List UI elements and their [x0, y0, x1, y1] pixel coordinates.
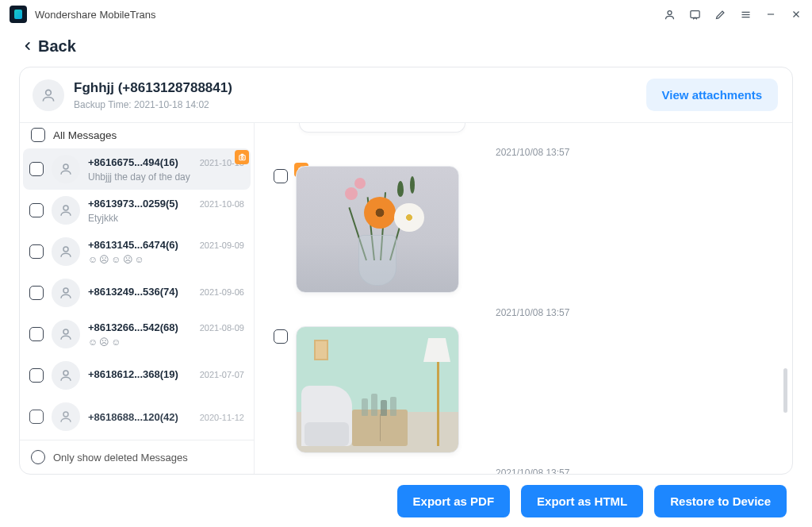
avatar-icon — [52, 196, 80, 225]
contact-info: Fghhjj (+8613128788841) Backup Time: 202… — [74, 80, 232, 110]
contact-name: Fghhjj (+8613128788841) — [74, 80, 232, 96]
conversation-list: +8616675...494(16) 2021-10-18 Uhbjjj the… — [20, 148, 254, 440]
checkbox-icon[interactable] — [274, 169, 288, 183]
feedback-icon[interactable] — [688, 8, 701, 21]
all-messages-label: All Messages — [53, 129, 117, 141]
only-deleted-label: Only show deleted Messages — [53, 452, 188, 464]
avatar-icon — [52, 155, 80, 183]
minimize-icon[interactable] — [764, 8, 777, 21]
svg-point-14 — [63, 247, 68, 252]
app-title: Wondershare MobileTrans — [35, 9, 155, 21]
conversation-item[interactable]: +8616675...494(16) 2021-10-18 Uhbjjj the… — [23, 148, 251, 190]
conversation-item[interactable]: +8613249...536(74) 2021-09-06 — [20, 272, 254, 314]
card-body: All Messages +8616675...494(16) 2021-10-… — [20, 123, 792, 474]
title-bar: Wondershare MobileTrans — [0, 0, 812, 29]
back-button[interactable]: Back — [0, 32, 812, 60]
export-pdf-button[interactable]: Export as PDF — [397, 485, 511, 517]
account-icon[interactable] — [663, 8, 676, 21]
conversation-item[interactable]: +8613973...0259(5) 2021-10-08 Etyjkkk — [20, 190, 254, 231]
avatar-icon — [52, 237, 80, 266]
attachment-badge-icon — [235, 150, 249, 164]
close-icon[interactable] — [790, 8, 802, 21]
image-message[interactable] — [296, 326, 459, 453]
edit-icon[interactable] — [714, 8, 726, 21]
conversation-title: +8616675...494(16) — [88, 156, 178, 168]
conversation-title: +8613249...536(74) — [88, 286, 178, 298]
restore-device-button[interactable]: Restore to Device — [654, 485, 787, 517]
checkbox-icon[interactable] — [29, 203, 44, 217]
checkbox-icon[interactable] — [29, 244, 44, 259]
action-bar: Export as PDF Export as HTML Restore to … — [0, 475, 812, 527]
svg-point-0 — [668, 10, 672, 14]
conversation-date: 2021-08-09 — [200, 323, 244, 333]
message-row — [274, 326, 773, 453]
checkbox-icon[interactable] — [29, 162, 44, 176]
content-card: Fghhjj (+8613128788841) Backup Time: 202… — [19, 67, 793, 475]
svg-point-11 — [241, 156, 243, 159]
checkbox-icon[interactable] — [274, 329, 288, 344]
svg-point-15 — [63, 288, 68, 293]
conversation-preview: ☺☹☺☹☺ — [88, 254, 244, 265]
conversation-date: 2021-09-06 — [200, 287, 244, 297]
conversation-title: +8618612...368(19) — [88, 368, 178, 380]
export-html-button[interactable]: Export as HTML — [521, 485, 643, 517]
conversation-title: +8613145...6474(6) — [88, 239, 178, 251]
message-timestamp: 2021/10/08 13:57 — [496, 307, 773, 318]
conversation-item[interactable]: +8613266...542(68) 2021-08-09 ☺☹☺ — [20, 314, 254, 355]
contact-avatar — [33, 79, 64, 111]
previous-message-peek — [299, 123, 465, 133]
conversation-item[interactable]: +8618612...368(19) 2021-07-07 — [20, 355, 254, 396]
card-header: Fghhjj (+8613128788841) Backup Time: 202… — [20, 67, 792, 123]
all-messages-toggle[interactable]: All Messages — [20, 123, 254, 148]
backup-time: Backup Time: 2021-10-18 14:02 — [74, 99, 232, 110]
message-timestamp: 2021/10/08 13:57 — [496, 147, 773, 158]
conversation-date: 2020-11-12 — [200, 413, 244, 422]
conversation-date: 2021-10-08 — [200, 199, 244, 209]
checkbox-icon[interactable] — [29, 327, 44, 341]
checkbox-icon[interactable] — [29, 410, 44, 424]
conversation-date: 2021-07-07 — [200, 370, 244, 379]
svg-point-8 — [46, 90, 52, 95]
avatar-icon — [52, 402, 80, 431]
svg-point-18 — [63, 412, 68, 417]
svg-point-9 — [63, 164, 68, 169]
svg-point-13 — [63, 206, 68, 210]
titlebar-actions — [663, 8, 802, 21]
conversation-preview: Etyjkkk — [88, 213, 244, 224]
back-label: Back — [38, 37, 76, 56]
message-row — [274, 166, 773, 293]
conversation-date: 2021-09-09 — [200, 240, 244, 250]
chevron-left-icon — [22, 39, 33, 53]
conversation-sidebar: All Messages +8616675...494(16) 2021-10-… — [20, 123, 255, 474]
conversation-title: +8618688...120(42) — [88, 411, 178, 423]
avatar-icon — [52, 279, 80, 307]
menu-icon[interactable] — [739, 8, 752, 21]
conversation-title: +8613266...542(68) — [88, 321, 178, 333]
conversation-preview: Uhbjjj the day of the day — [88, 171, 244, 183]
image-message[interactable] — [296, 166, 459, 293]
avatar-icon — [52, 320, 80, 348]
checkbox-icon[interactable] — [29, 368, 44, 383]
scrollbar[interactable] — [783, 368, 787, 413]
message-timestamp: 2021/10/08 13:57 — [496, 467, 773, 474]
svg-point-17 — [63, 371, 68, 375]
svg-point-16 — [63, 329, 68, 334]
checkbox-icon[interactable] — [31, 128, 45, 142]
only-deleted-toggle[interactable]: Only show deleted Messages — [20, 440, 254, 474]
svg-rect-1 — [690, 10, 699, 17]
app-logo — [10, 6, 27, 23]
radio-icon[interactable] — [31, 450, 45, 464]
view-attachments-button[interactable]: View attachments — [646, 79, 778, 111]
message-pane: 2021/10/08 13:57 — [255, 123, 792, 474]
conversation-title: +8613973...0259(5) — [88, 198, 178, 210]
conversation-preview: ☺☹☺ — [88, 337, 244, 348]
conversation-item[interactable]: +8613145...6474(6) 2021-09-09 ☺☹☺☹☺ — [20, 231, 254, 272]
conversation-item[interactable]: +8618688...120(42) 2020-11-12 — [20, 396, 254, 437]
checkbox-icon[interactable] — [29, 286, 44, 300]
avatar-icon — [52, 361, 80, 390]
